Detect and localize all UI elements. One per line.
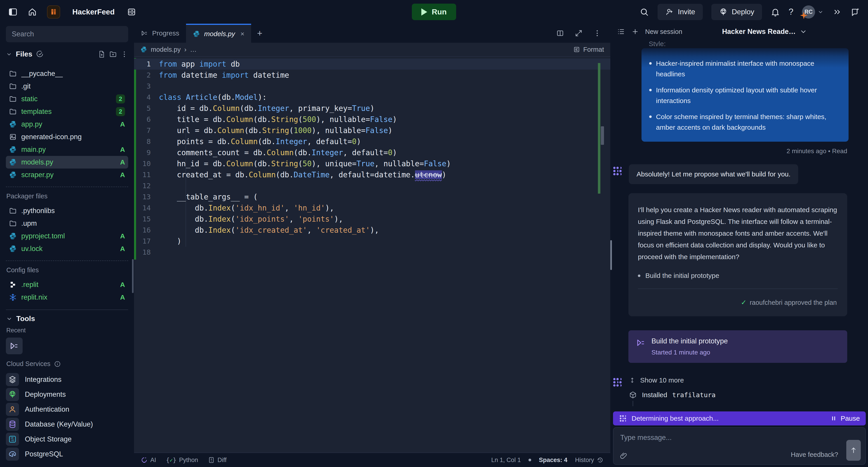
code-line-3[interactable]: 3 [134, 81, 610, 92]
file-row-replit-nix[interactable]: replit.nix A [6, 291, 128, 304]
breadcrumb-more[interactable]: … [190, 46, 197, 53]
python-file-icon [9, 232, 17, 240]
tool-item-authentication[interactable]: Authentication [6, 402, 128, 417]
kebab-menu-icon[interactable] [593, 29, 601, 37]
nix-icon [9, 294, 17, 301]
new-session-button[interactable]: New session [645, 28, 682, 35]
chevron-down-icon[interactable] [6, 315, 13, 322]
new-folder-icon[interactable] [109, 51, 117, 58]
code-line-16[interactable]: 16 db.Index('idx_created_at', 'created_a… [134, 225, 610, 236]
statusbar-ai[interactable]: AI [141, 457, 156, 464]
history-button[interactable]: History [575, 457, 603, 464]
file-row-scraper-py[interactable]: scraper.py A [6, 169, 128, 181]
new-chat-icon[interactable] [850, 7, 860, 17]
deploy-button[interactable]: Deploy [711, 4, 762, 20]
notifications-bell-icon[interactable] [771, 7, 780, 17]
statusbar-diff[interactable]: Diff [208, 457, 226, 464]
statusbar-language[interactable]: {✓} Python [166, 457, 198, 464]
tool-item-database-key-value[interactable]: Database (Key/Value) [6, 417, 128, 432]
tool-item-postgresql[interactable]: PostgreSQL [6, 447, 128, 462]
collapse-panel-icon[interactable] [832, 7, 842, 17]
code-line-9[interactable]: 9 comments_count = db.Column(db.Integer,… [134, 147, 610, 158]
code-line-8[interactable]: 8 points = db.Column(db.Integer, default… [134, 136, 610, 147]
split-editor-icon[interactable] [556, 29, 564, 37]
code-line-17[interactable]: 17 ) [134, 236, 610, 247]
code-line-7[interactable]: 7 url = db.Column(db.String(1000), nulla… [134, 125, 610, 136]
sessions-list-icon[interactable] [617, 28, 625, 36]
editor-scrollbar[interactable] [601, 126, 604, 145]
line-number: 9 [134, 147, 159, 158]
code-line-18[interactable]: 18 [134, 247, 610, 258]
tab-progress[interactable]: Progress [134, 24, 186, 43]
task-card[interactable]: Build the initial prototype Started 1 mi… [628, 330, 847, 363]
file-row-upm[interactable]: .upm [6, 217, 128, 230]
chevron-down-icon[interactable] [6, 51, 12, 57]
kebab-menu-icon[interactable] [121, 51, 128, 58]
plus-icon[interactable] [631, 28, 639, 36]
indent-setting[interactable]: Spaces: 4 [539, 457, 567, 464]
code-line-14[interactable]: 14 db.Index('idx_hn_id', 'hn_id'), [134, 202, 610, 213]
file-row-templates[interactable]: templates 2 [6, 105, 128, 118]
file-row-pycache[interactable]: __pycache__ [6, 67, 128, 80]
file-row-static[interactable]: static 2 [6, 93, 128, 105]
code-line-10[interactable]: 10 hn_id = db.Column(db.String(50), uniq… [134, 158, 610, 169]
new-file-icon[interactable] [98, 51, 105, 58]
file-row-pythonlibs[interactable]: .pythonlibs [6, 204, 128, 217]
sidebar-toggle-icon[interactable] [8, 7, 18, 17]
file-row-git[interactable]: .git [6, 80, 128, 93]
account-menu[interactable]: RC [802, 5, 824, 19]
recent-tool-console[interactable] [6, 338, 23, 354]
file-row-replit[interactable]: .replit A [6, 278, 128, 291]
code-line-11[interactable]: 11 created_at = db.Column(db.DateTime, d… [134, 169, 610, 180]
file-row-uv-lock[interactable]: uv.lock A [6, 242, 128, 255]
run-button[interactable]: Run [412, 4, 456, 20]
code-line-4[interactable]: 4 class Article(db.Model): [134, 92, 610, 103]
show-more-button[interactable]: Show 10 more [629, 376, 842, 384]
new-tab-button[interactable]: + [251, 24, 268, 43]
search-icon[interactable] [640, 7, 649, 17]
file-row-pyproject-toml[interactable]: pyproject.toml A [6, 230, 128, 242]
attach-paperclip-icon[interactable] [619, 452, 627, 460]
feedback-link[interactable]: Have feedback? [791, 451, 838, 459]
chat-scrollbar[interactable] [610, 240, 612, 270]
format-button[interactable]: Format [573, 46, 604, 53]
tab-models-py[interactable]: models.py × [186, 24, 251, 43]
help-icon[interactable]: ? [789, 7, 794, 17]
invite-button[interactable]: Invite [657, 4, 703, 20]
message-input[interactable] [614, 428, 865, 443]
chat-message-list[interactable]: Style: Hacker-inspired minimalist interf… [610, 39, 868, 407]
session-title[interactable]: Hacker News Reade… [722, 28, 807, 36]
code-line-15[interactable]: 15 db.Index('idx_points', 'points'), [134, 213, 610, 225]
task-subtitle: Started 1 minute ago [651, 349, 728, 356]
file-row-generated-icon-png[interactable]: generated-icon.png [6, 131, 128, 143]
cursor-position[interactable]: Ln 1, Col 1 [491, 457, 521, 464]
database-key-value-icon [8, 420, 17, 429]
message-meta[interactable]: 2 minutes ago • Read [610, 147, 847, 155]
expand-icon[interactable] [575, 29, 583, 37]
code-line-12[interactable]: 12 [134, 180, 610, 191]
file-row-main-py[interactable]: main.py A [6, 143, 128, 156]
code-line-1[interactable]: 1 from app import db [134, 59, 610, 70]
sidebar-scrollbar[interactable] [132, 259, 133, 293]
code-line-5[interactable]: 5 id = db.Column(db.Integer, primary_key… [134, 103, 610, 114]
file-row-models-py[interactable]: models.py A [6, 156, 128, 169]
tool-item-object-storage[interactable]: 1001 Object Storage [6, 432, 128, 447]
code-editor[interactable]: 1 from app import db 2 from datetime imp… [134, 57, 610, 453]
home-icon[interactable] [28, 7, 37, 17]
search-input[interactable] [6, 26, 128, 42]
close-tab-icon[interactable]: × [241, 30, 245, 38]
git-change-count-badge: 2 [116, 94, 125, 103]
packager-file-list: .pythonlibs .upm pyproject.toml A uv.loc… [6, 204, 128, 255]
code-line-2[interactable]: 2 from datetime import datetime [134, 70, 610, 81]
tool-item-deployments[interactable]: Deployments [6, 387, 128, 402]
pause-button[interactable]: Pause [831, 414, 860, 422]
tool-item-integrations[interactable]: Integrations [6, 372, 128, 387]
code-line-6[interactable]: 6 title = db.Column(db.String(500), null… [134, 114, 610, 125]
installed-step[interactable]: Installed trafilatura [629, 391, 842, 399]
code-line-13[interactable]: 13 __table_args__ = ( [134, 191, 610, 202]
send-button[interactable] [846, 440, 861, 461]
agent-status-text: Determining best approach... [631, 414, 719, 422]
breadcrumb-file[interactable]: models.py [151, 46, 181, 53]
file-row-app-py[interactable]: app.py A [6, 118, 128, 131]
repl-resources-icon[interactable] [127, 7, 136, 17]
